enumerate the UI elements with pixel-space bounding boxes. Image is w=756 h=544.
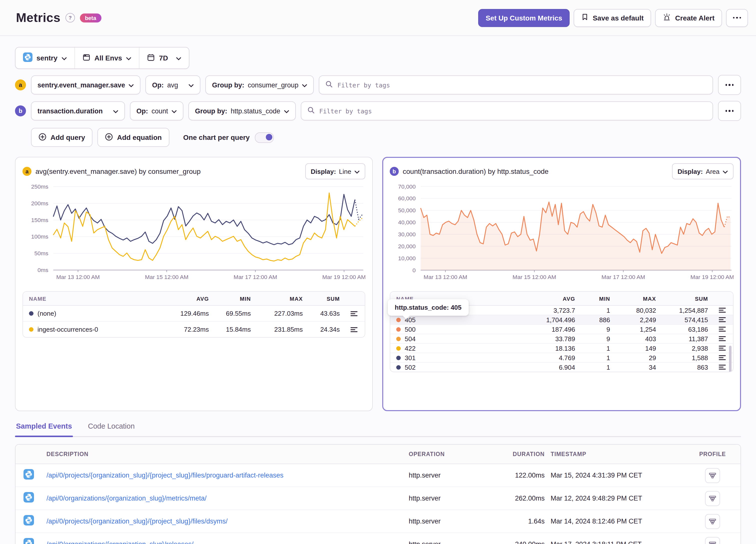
display-value-a: Line — [339, 168, 351, 175]
series-avg: 129.46ms — [161, 310, 209, 317]
ellipsis-icon — [733, 17, 741, 19]
svg-text:50,000: 50,000 — [398, 207, 416, 214]
siren-icon — [663, 13, 671, 23]
ellipsis-icon — [726, 84, 734, 86]
row-menu-icon[interactable] — [718, 363, 727, 372]
series-sum: 1,254,887 — [660, 306, 708, 314]
project-selector[interactable]: sentry — [15, 47, 74, 68]
row-menu-icon[interactable] — [718, 306, 727, 315]
page-title: Metrics — [16, 10, 60, 25]
display-select-a[interactable]: Display: Line — [305, 163, 365, 179]
charts-row: a avg(sentry.event_manager.save) by cons… — [15, 157, 741, 411]
display-select-b[interactable]: Display: Area — [672, 163, 734, 179]
series-min: 9 — [579, 335, 610, 342]
tag-filter-input-b[interactable] — [318, 107, 707, 115]
events-table-body: /api/0/projects/{organization_slug}/{pro… — [15, 464, 741, 544]
series-name: ingest-occurrences-0 — [29, 326, 157, 333]
calendar-icon — [147, 53, 155, 63]
series-max: 2,249 — [614, 316, 656, 323]
chevron-down-icon — [113, 107, 118, 115]
series-avg: 72.23ms — [161, 326, 209, 333]
event-row: /api/0/projects/{organization_slug}/{pro… — [15, 464, 741, 487]
chart-title-a: avg(sentry.event_manager.save) by consum… — [35, 167, 201, 175]
svg-text:Mar 13 12:00 AM: Mar 13 12:00 AM — [56, 274, 100, 280]
python-platform-icon — [23, 538, 40, 544]
row-menu-icon[interactable] — [349, 325, 359, 334]
event-description-link[interactable]: /api/0/organizations/{organization_slug}… — [46, 541, 403, 544]
profile-button[interactable] — [705, 514, 720, 529]
query-options-b[interactable] — [718, 101, 741, 121]
tab-code-location[interactable]: Code Location — [87, 420, 136, 436]
table-header: NAMEAVGMINMAXSUM — [23, 292, 365, 306]
series-min: 1 — [579, 306, 610, 314]
tag-filter-b[interactable] — [301, 101, 713, 120]
add-equation-button[interactable]: Add equation — [97, 128, 169, 147]
chevron-down-icon — [176, 54, 181, 62]
metric-select-b[interactable]: transaction.duration — [31, 101, 125, 120]
series-sum: 2,938 — [660, 344, 708, 352]
event-description-link[interactable]: /api/0/projects/{organization_slug}/{pro… — [46, 472, 403, 479]
profile-button[interactable] — [705, 491, 720, 506]
environment-value: All Envs — [94, 54, 122, 62]
event-operation: http.server — [409, 495, 484, 502]
series-name: (none) — [29, 310, 157, 317]
row-menu-icon[interactable] — [349, 309, 359, 318]
svg-text:250ms: 250ms — [31, 183, 48, 190]
help-icon[interactable]: ? — [65, 13, 75, 22]
row-menu-icon[interactable] — [718, 315, 727, 324]
op-value-b: count — [152, 107, 168, 115]
table-row[interactable]: 500187.49691,25463,186 — [390, 324, 733, 334]
save-as-default-button[interactable]: Save as default — [574, 9, 651, 27]
query-row-a: a sentry.event_manager.save Op: avg Grou… — [15, 75, 741, 95]
chevron-down-icon — [284, 107, 289, 115]
profile-button[interactable] — [705, 468, 720, 483]
svg-text:Mar 13 12:00 AM: Mar 13 12:00 AM — [424, 274, 467, 280]
table-row[interactable]: 3014.7691291,588 — [390, 353, 733, 362]
table-row[interactable]: 4051,704.4968862,249574,415 — [390, 315, 733, 324]
metric-select-a[interactable]: sentry.event_manager.save — [31, 75, 141, 94]
event-description-link[interactable]: /api/0/projects/{organization_slug}/{pro… — [46, 518, 403, 525]
date-range-selector[interactable]: 7D — [139, 47, 189, 68]
groupby-select-a[interactable]: Group by: consumer_group — [206, 75, 314, 94]
event-description-link[interactable]: /api/0/organizations/{organization_slug}… — [46, 495, 403, 502]
svg-text:0ms: 0ms — [37, 267, 48, 273]
row-menu-icon[interactable] — [718, 353, 727, 362]
chart-title-b: count(transaction.duration) by http.stat… — [403, 167, 549, 175]
tag-filter-input-a[interactable] — [336, 81, 707, 89]
environment-selector[interactable]: All Envs — [74, 47, 139, 68]
op-select-a[interactable]: Op: avg — [146, 75, 201, 94]
table-row[interactable]: 42218.13611492,938 — [390, 343, 733, 353]
tag-filter-a[interactable] — [319, 75, 713, 94]
metric-name-b: transaction.duration — [37, 107, 103, 115]
table-row[interactable]: (none)129.46ms69.55ms227.03ms43.63s — [23, 306, 365, 321]
scrollbar-thumb[interactable] — [729, 346, 732, 372]
add-query-button[interactable]: Add query — [31, 128, 92, 147]
area-chart[interactable]: 010,00020,00030,00040,00050,00060,00070,… — [390, 181, 734, 287]
profile-button[interactable] — [705, 537, 720, 544]
event-timestamp: Mar 14, 2024 8:12:46 PM CET — [551, 518, 687, 525]
line-chart[interactable]: 0ms50ms100ms150ms200ms250msMar 13 12:00 … — [22, 181, 365, 287]
tab-sampled-events[interactable]: Sampled Events — [15, 420, 73, 436]
groupby-label: Group by: — [195, 107, 227, 115]
series-max: 29 — [614, 354, 656, 361]
table-row[interactable]: 50433.789940311,387 — [390, 334, 733, 343]
query-options-a[interactable] — [718, 75, 741, 95]
svg-text:Mar 17 12:00 AM: Mar 17 12:00 AM — [234, 274, 277, 280]
setup-custom-metrics-button[interactable]: Set Up Custom Metrics — [478, 9, 570, 27]
op-select-b[interactable]: Op: count — [130, 101, 184, 120]
more-options-button[interactable] — [726, 9, 748, 27]
chart-panel-b[interactable]: b count(transaction.duration) by http.st… — [382, 157, 741, 411]
row-menu-icon[interactable] — [718, 334, 727, 343]
table-row[interactable]: ingest-occurrences-072.23ms15.84ms231.85… — [23, 321, 365, 337]
chart-panel-a[interactable]: a avg(sentry.event_manager.save) by cons… — [15, 157, 373, 411]
row-menu-icon[interactable] — [718, 344, 727, 353]
series-avg: 6.904 — [520, 363, 575, 371]
one-chart-per-query-toggle[interactable] — [255, 132, 274, 143]
one-chart-per-query-label: One chart per query — [183, 133, 250, 141]
row-menu-icon[interactable] — [718, 325, 727, 334]
series-color-dot — [396, 317, 401, 322]
create-alert-button[interactable]: Create Alert — [655, 9, 722, 27]
table-row[interactable]: 5026.904134863 — [390, 362, 733, 372]
groupby-select-b[interactable]: Group by: http.status_code — [189, 101, 296, 120]
chart-header-a: a avg(sentry.event_manager.save) by cons… — [22, 163, 365, 179]
